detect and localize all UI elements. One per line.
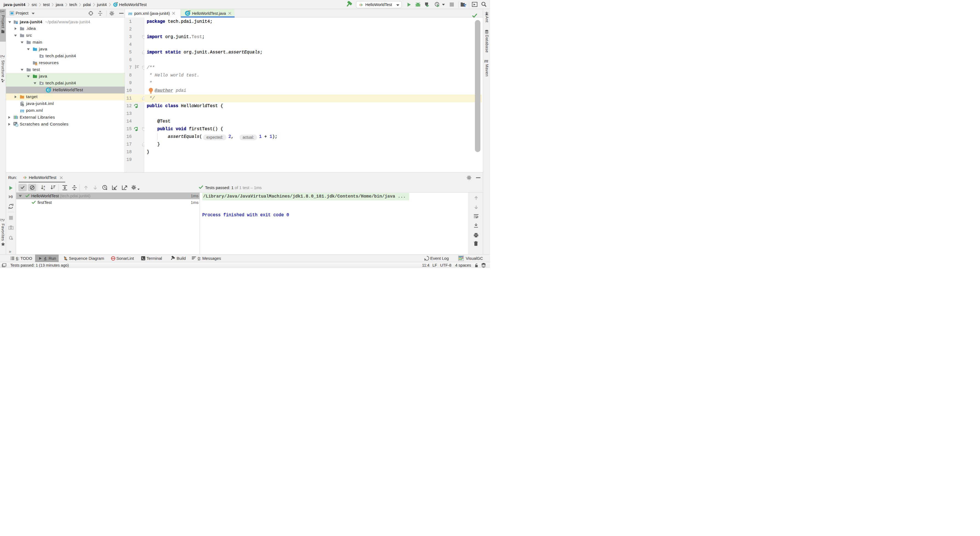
svg-text:a: a [44,185,45,188]
svg-text:9: 9 [11,194,13,199]
svg-text:z: z [44,188,45,191]
svg-text:C: C [47,88,49,92]
svg-text:C: C [186,11,189,15]
svg-text:C: C [114,3,116,6]
